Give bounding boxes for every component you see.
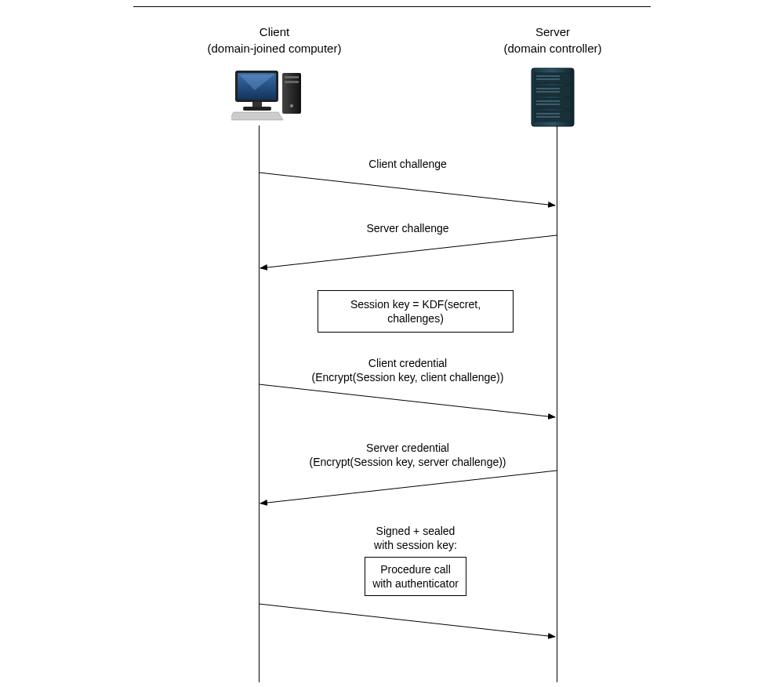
arrow-client-challenge [259, 173, 555, 205]
client-credential-label: Client credential (Encrypt(Session key, … [259, 356, 557, 384]
svg-rect-20 [536, 116, 560, 118]
server-challenge-text: Server challenge [366, 222, 448, 234]
arrow-server-credential [260, 471, 557, 503]
client-title: Client [196, 24, 353, 40]
server-subtitle: (domain controller) [486, 40, 619, 56]
proc-line2: with authenticator [372, 577, 459, 590]
top-rule [133, 6, 651, 7]
client-challenge-label: Client challenge [259, 157, 557, 171]
signed-line1: Signed + sealed [376, 525, 456, 537]
svg-rect-16 [536, 91, 560, 93]
arrow-procedure-call [259, 604, 555, 637]
svg-rect-15 [536, 88, 560, 89]
procedure-call-box: Procedure call with authenticator [365, 557, 466, 596]
client-subtitle: (domain-joined computer) [196, 40, 353, 56]
server-credential-line1: Server credential [366, 442, 449, 454]
svg-rect-19 [536, 113, 560, 114]
session-key-note: Session key = KDF(secret, challenges) [318, 290, 514, 333]
client-computer-icon [231, 67, 310, 122]
client-challenge-text: Client challenge [368, 158, 447, 170]
server-rack-icon [525, 67, 580, 129]
session-key-text: Session key = KDF(secret, challenges) [350, 298, 481, 325]
svg-rect-2 [252, 102, 262, 107]
signed-sealed-label: Signed + sealed with session key: [337, 524, 494, 552]
svg-rect-3 [243, 107, 271, 111]
svg-rect-17 [536, 100, 560, 102]
server-challenge-label: Server challenge [259, 221, 557, 235]
server-credential-label: Server credential (Encrypt(Session key, … [259, 441, 557, 469]
client-lifeline [259, 125, 260, 682]
server-participant-label: Server (domain controller) [486, 24, 619, 56]
svg-point-7 [290, 104, 293, 107]
server-title: Server [486, 24, 619, 40]
server-credential-line2: (Encrypt(Session key, server challenge)) [309, 456, 506, 468]
svg-rect-4 [282, 73, 301, 114]
svg-rect-13 [536, 75, 560, 77]
svg-rect-14 [536, 78, 560, 80]
svg-rect-6 [285, 81, 299, 83]
client-credential-line1: Client credential [368, 357, 447, 369]
client-credential-line2: (Encrypt(Session key, client challenge)) [312, 371, 504, 383]
proc-line1: Procedure call [380, 563, 451, 576]
arrow-server-challenge [260, 235, 557, 268]
server-lifeline [557, 125, 557, 682]
arrow-client-credential [259, 384, 555, 417]
signed-line2: with session key: [374, 539, 457, 551]
svg-rect-5 [285, 76, 299, 78]
svg-rect-18 [536, 104, 560, 105]
client-participant-label: Client (domain-joined computer) [196, 24, 353, 56]
